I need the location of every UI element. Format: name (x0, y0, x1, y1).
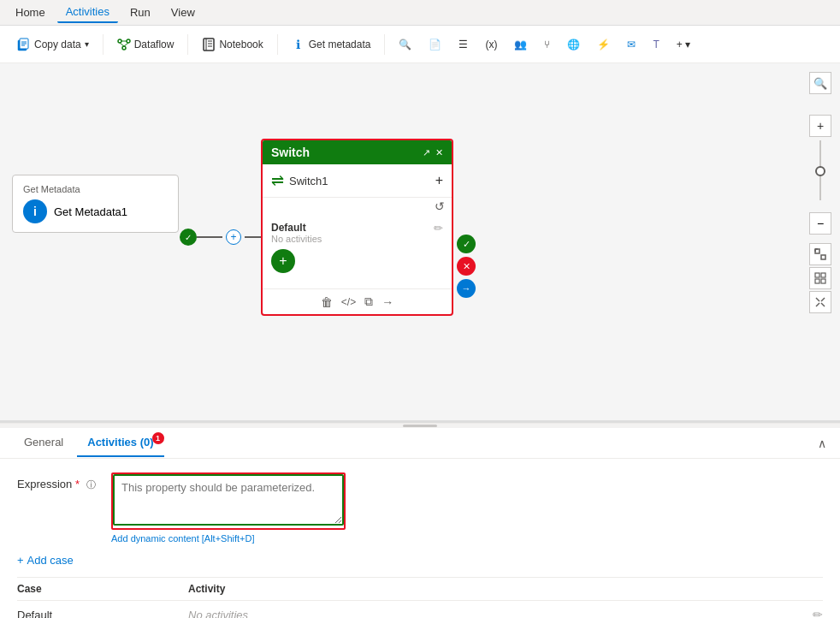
tab-activities[interactable]: Activities (0) 1 (77, 429, 163, 457)
bottom-tabs-left: General Activities (0) 1 (14, 429, 164, 457)
expression-dynamic-content-hint[interactable]: Add dynamic content [Alt+Shift+D] (111, 533, 346, 544)
svg-point-5 (118, 39, 121, 43)
svg-rect-20 (815, 273, 819, 277)
spark-icon: ⚡ (597, 39, 610, 51)
switch-navigate-icon[interactable]: → (382, 295, 393, 309)
search-toolbar-button[interactable]: 🔍 (392, 35, 418, 54)
switch-activity-icon: ⇌ (271, 171, 284, 190)
teams-icon-button[interactable]: T (646, 35, 665, 54)
expression-icon-button[interactable]: (x) (478, 35, 504, 54)
svg-line-27 (821, 298, 825, 301)
zoom-slider[interactable] (819, 140, 821, 209)
search-toolbar-icon: 🔍 (399, 39, 411, 51)
default-label: Default (271, 222, 443, 234)
bottom-panel: General Activities (0) 1 ∧ Expression * … (0, 428, 840, 618)
add-case-row[interactable]: + Add case (17, 554, 823, 567)
switch-delete-icon[interactable]: 🗑 (321, 295, 333, 309)
switch-copy-icon[interactable]: ⧉ (364, 294, 373, 309)
undo-icon[interactable]: ↺ (435, 199, 445, 213)
copy-data-button[interactable]: Copy data ▾ (10, 34, 96, 55)
expression-textarea[interactable] (113, 474, 344, 526)
switch-name-left: ⇌ Switch1 (271, 171, 328, 190)
dataflow-icon (117, 38, 131, 51)
switch-header: Switch ↗ ✕ (263, 140, 452, 164)
notebook-button[interactable]: Notebook (195, 34, 269, 55)
svg-rect-22 (815, 279, 819, 283)
connector-add-button[interactable]: + (226, 229, 241, 245)
menu-bar: Home Activities Run View (0, 0, 840, 26)
menu-view[interactable]: View (163, 3, 204, 22)
globe-icon: 🌐 (567, 39, 580, 51)
svg-point-7 (122, 46, 126, 50)
case-table: Case Activity Default No activities ✏ (17, 577, 823, 618)
switch-add-case-icon[interactable]: + (435, 173, 443, 188)
switch-bottom-toolbar: 🗑 </> ⧉ → (263, 288, 452, 314)
menu-activities[interactable]: Activities (57, 2, 118, 23)
switch-collapse-icon[interactable]: ✕ (435, 147, 443, 158)
list-icon-button[interactable]: ☰ (452, 35, 475, 54)
zoom-fit-button[interactable] (809, 243, 831, 265)
tab-general[interactable]: General (14, 429, 74, 457)
svg-rect-17 (821, 255, 825, 259)
notebook-icon (202, 38, 216, 51)
copy-data-icon (17, 38, 31, 51)
toolbar-sep-2 (187, 34, 188, 55)
zoom-fit-icon (814, 248, 826, 260)
activity-col-header: Activity (188, 583, 823, 595)
bottom-content: Expression * ⓘ Add dynamic content [Alt+… (0, 459, 840, 618)
dataflow-button[interactable]: Dataflow (110, 34, 181, 55)
add-case-label: Add case (27, 554, 74, 567)
outlook-icon-button[interactable]: ✉ (620, 35, 642, 54)
case-default-value: Default (17, 609, 188, 619)
zoom-in-button[interactable]: + (809, 115, 831, 137)
branch-icon-button[interactable]: ⑂ (537, 35, 557, 54)
switch-name-text: Switch1 (289, 175, 328, 187)
list-icon: ☰ (458, 39, 468, 51)
switch-expand-icon[interactable]: ↗ (423, 147, 430, 158)
default-add-activity-button[interactable]: + (271, 249, 295, 273)
side-icons-panel: ✓ ✕ → (457, 235, 476, 298)
case-default-activity: No activities (188, 609, 813, 619)
zoom-track (819, 140, 821, 200)
undo-row: ↺ (263, 198, 452, 215)
globe-icon-button[interactable]: 🌐 (560, 35, 587, 54)
get-metadata-title: Get Metadata (23, 184, 168, 194)
default-case: Default No activities ✏ + (263, 215, 452, 288)
page-icon-button[interactable]: 📄 (422, 35, 448, 54)
default-sub-label: No activities (271, 234, 443, 244)
svg-line-9 (120, 43, 124, 46)
menu-run[interactable]: Run (121, 3, 159, 22)
table-row: Default No activities ✏ (17, 601, 823, 618)
svg-point-6 (127, 39, 130, 43)
people-icon-button[interactable]: 👥 (507, 35, 534, 54)
zoom-collapse-button[interactable] (809, 291, 831, 313)
toolbar-sep-1 (103, 34, 104, 55)
get-metadata-toolbar-button[interactable]: ℹ Get metadata (285, 34, 378, 55)
svg-line-24 (816, 298, 819, 301)
connector-success-icon: ✓ (180, 229, 197, 246)
add-more-button[interactable]: + ▾ (670, 35, 697, 54)
get-metadata-activity-icon: i (23, 199, 47, 223)
switch-code-icon[interactable]: </> (341, 296, 356, 308)
case-default-edit-icon[interactable]: ✏ (813, 608, 823, 618)
zoom-grid-button[interactable] (809, 267, 831, 289)
zoom-out-button[interactable]: − (809, 212, 831, 235)
toolbar-sep-4 (384, 34, 385, 55)
canvas-search-button[interactable]: 🔍 (809, 72, 831, 94)
people-icon: 👥 (514, 39, 527, 51)
outlook-icon: ✉ (627, 39, 636, 51)
add-more-icon: + ▾ (677, 39, 690, 51)
teams-icon: T (653, 39, 659, 51)
default-edit-icon[interactable]: ✏ (434, 222, 443, 235)
menu-home[interactable]: Home (7, 3, 54, 22)
get-metadata-label: Get metadata (309, 39, 371, 51)
expression-field-row: Expression * ⓘ Add dynamic content [Alt+… (17, 472, 823, 544)
copy-data-label: Copy data (34, 39, 81, 51)
expression-info-icon[interactable]: ⓘ (86, 479, 96, 490)
spark-icon-button[interactable]: ⚡ (590, 35, 617, 54)
get-metadata-box: Get Metadata i Get Metadata1 (12, 175, 179, 233)
side-arrow-icon: → (457, 279, 476, 298)
expression-label: Expression * ⓘ (17, 472, 111, 491)
bottom-panel-collapse-button[interactable]: ∧ (818, 437, 826, 450)
canvas-area: 🔍 Get Metadata i Get Metadata1 ✓ + Swi (0, 63, 840, 423)
